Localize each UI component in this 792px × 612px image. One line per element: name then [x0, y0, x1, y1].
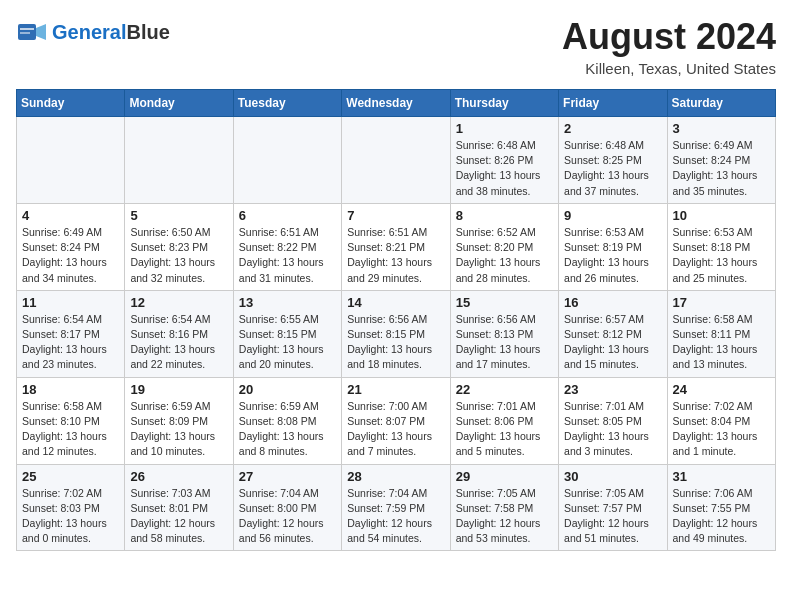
day-info: Sunrise: 6:57 AM Sunset: 8:12 PM Dayligh…: [564, 312, 661, 373]
calendar-week-row: 4Sunrise: 6:49 AM Sunset: 8:24 PM Daylig…: [17, 203, 776, 290]
day-info: Sunrise: 6:50 AM Sunset: 8:23 PM Dayligh…: [130, 225, 227, 286]
calendar-cell: 21Sunrise: 7:00 AM Sunset: 8:07 PM Dayli…: [342, 377, 450, 464]
day-number: 26: [130, 469, 227, 484]
calendar-cell: 22Sunrise: 7:01 AM Sunset: 8:06 PM Dayli…: [450, 377, 558, 464]
calendar-cell: 17Sunrise: 6:58 AM Sunset: 8:11 PM Dayli…: [667, 290, 775, 377]
day-info: Sunrise: 7:02 AM Sunset: 8:03 PM Dayligh…: [22, 486, 119, 547]
day-number: 29: [456, 469, 553, 484]
logo-icon: [16, 16, 48, 48]
weekday-header-thursday: Thursday: [450, 90, 558, 117]
day-number: 17: [673, 295, 770, 310]
calendar-cell: 5Sunrise: 6:50 AM Sunset: 8:23 PM Daylig…: [125, 203, 233, 290]
day-info: Sunrise: 7:04 AM Sunset: 8:00 PM Dayligh…: [239, 486, 336, 547]
day-info: Sunrise: 6:59 AM Sunset: 8:08 PM Dayligh…: [239, 399, 336, 460]
day-number: 27: [239, 469, 336, 484]
day-number: 30: [564, 469, 661, 484]
page-header: GeneralBlue August 2024 Killeen, Texas, …: [16, 16, 776, 77]
calendar-week-row: 11Sunrise: 6:54 AM Sunset: 8:17 PM Dayli…: [17, 290, 776, 377]
title-block: August 2024 Killeen, Texas, United State…: [562, 16, 776, 77]
day-number: 11: [22, 295, 119, 310]
calendar-cell: 28Sunrise: 7:04 AM Sunset: 7:59 PM Dayli…: [342, 464, 450, 551]
svg-marker-1: [36, 24, 46, 40]
day-info: Sunrise: 7:03 AM Sunset: 8:01 PM Dayligh…: [130, 486, 227, 547]
calendar-cell: 9Sunrise: 6:53 AM Sunset: 8:19 PM Daylig…: [559, 203, 667, 290]
calendar-cell: 8Sunrise: 6:52 AM Sunset: 8:20 PM Daylig…: [450, 203, 558, 290]
calendar-cell: 25Sunrise: 7:02 AM Sunset: 8:03 PM Dayli…: [17, 464, 125, 551]
svg-rect-3: [20, 32, 30, 34]
calendar-cell: 10Sunrise: 6:53 AM Sunset: 8:18 PM Dayli…: [667, 203, 775, 290]
day-number: 9: [564, 208, 661, 223]
day-info: Sunrise: 7:01 AM Sunset: 8:05 PM Dayligh…: [564, 399, 661, 460]
calendar-cell: 13Sunrise: 6:55 AM Sunset: 8:15 PM Dayli…: [233, 290, 341, 377]
day-number: 8: [456, 208, 553, 223]
logo: GeneralBlue: [16, 16, 170, 48]
weekday-header-wednesday: Wednesday: [342, 90, 450, 117]
weekday-header-monday: Monday: [125, 90, 233, 117]
svg-rect-2: [20, 28, 34, 30]
day-info: Sunrise: 7:02 AM Sunset: 8:04 PM Dayligh…: [673, 399, 770, 460]
day-info: Sunrise: 6:52 AM Sunset: 8:20 PM Dayligh…: [456, 225, 553, 286]
day-number: 14: [347, 295, 444, 310]
day-number: 18: [22, 382, 119, 397]
calendar-cell: 18Sunrise: 6:58 AM Sunset: 8:10 PM Dayli…: [17, 377, 125, 464]
day-info: Sunrise: 7:01 AM Sunset: 8:06 PM Dayligh…: [456, 399, 553, 460]
calendar-week-row: 1Sunrise: 6:48 AM Sunset: 8:26 PM Daylig…: [17, 117, 776, 204]
day-info: Sunrise: 7:05 AM Sunset: 7:58 PM Dayligh…: [456, 486, 553, 547]
calendar-cell: [125, 117, 233, 204]
calendar-cell: 4Sunrise: 6:49 AM Sunset: 8:24 PM Daylig…: [17, 203, 125, 290]
calendar-cell: [342, 117, 450, 204]
weekday-header-friday: Friday: [559, 90, 667, 117]
calendar-cell: 26Sunrise: 7:03 AM Sunset: 8:01 PM Dayli…: [125, 464, 233, 551]
day-number: 5: [130, 208, 227, 223]
day-number: 10: [673, 208, 770, 223]
day-info: Sunrise: 6:54 AM Sunset: 8:17 PM Dayligh…: [22, 312, 119, 373]
day-number: 28: [347, 469, 444, 484]
location-subtitle: Killeen, Texas, United States: [562, 60, 776, 77]
calendar-cell: 23Sunrise: 7:01 AM Sunset: 8:05 PM Dayli…: [559, 377, 667, 464]
calendar-cell: 1Sunrise: 6:48 AM Sunset: 8:26 PM Daylig…: [450, 117, 558, 204]
day-info: Sunrise: 6:54 AM Sunset: 8:16 PM Dayligh…: [130, 312, 227, 373]
day-info: Sunrise: 6:59 AM Sunset: 8:09 PM Dayligh…: [130, 399, 227, 460]
day-number: 13: [239, 295, 336, 310]
calendar-cell: 30Sunrise: 7:05 AM Sunset: 7:57 PM Dayli…: [559, 464, 667, 551]
logo-text-line1: GeneralBlue: [52, 21, 170, 43]
day-number: 19: [130, 382, 227, 397]
day-number: 25: [22, 469, 119, 484]
calendar-cell: 24Sunrise: 7:02 AM Sunset: 8:04 PM Dayli…: [667, 377, 775, 464]
day-info: Sunrise: 6:48 AM Sunset: 8:25 PM Dayligh…: [564, 138, 661, 199]
calendar-cell: 12Sunrise: 6:54 AM Sunset: 8:16 PM Dayli…: [125, 290, 233, 377]
day-number: 22: [456, 382, 553, 397]
day-number: 21: [347, 382, 444, 397]
day-info: Sunrise: 6:51 AM Sunset: 8:22 PM Dayligh…: [239, 225, 336, 286]
calendar-cell: 7Sunrise: 6:51 AM Sunset: 8:21 PM Daylig…: [342, 203, 450, 290]
calendar-cell: 2Sunrise: 6:48 AM Sunset: 8:25 PM Daylig…: [559, 117, 667, 204]
day-number: 4: [22, 208, 119, 223]
day-number: 7: [347, 208, 444, 223]
calendar-cell: 31Sunrise: 7:06 AM Sunset: 7:55 PM Dayli…: [667, 464, 775, 551]
calendar-cell: 20Sunrise: 6:59 AM Sunset: 8:08 PM Dayli…: [233, 377, 341, 464]
day-number: 2: [564, 121, 661, 136]
calendar-week-row: 18Sunrise: 6:58 AM Sunset: 8:10 PM Dayli…: [17, 377, 776, 464]
day-number: 24: [673, 382, 770, 397]
weekday-header-saturday: Saturday: [667, 90, 775, 117]
day-info: Sunrise: 6:49 AM Sunset: 8:24 PM Dayligh…: [22, 225, 119, 286]
calendar-cell: 11Sunrise: 6:54 AM Sunset: 8:17 PM Dayli…: [17, 290, 125, 377]
day-number: 6: [239, 208, 336, 223]
calendar-cell: 27Sunrise: 7:04 AM Sunset: 8:00 PM Dayli…: [233, 464, 341, 551]
weekday-header-sunday: Sunday: [17, 90, 125, 117]
calendar-header-row: SundayMondayTuesdayWednesdayThursdayFrid…: [17, 90, 776, 117]
day-info: Sunrise: 6:56 AM Sunset: 8:13 PM Dayligh…: [456, 312, 553, 373]
month-title: August 2024: [562, 16, 776, 58]
calendar-cell: [17, 117, 125, 204]
calendar-week-row: 25Sunrise: 7:02 AM Sunset: 8:03 PM Dayli…: [17, 464, 776, 551]
calendar-cell: 29Sunrise: 7:05 AM Sunset: 7:58 PM Dayli…: [450, 464, 558, 551]
weekday-header-tuesday: Tuesday: [233, 90, 341, 117]
day-number: 23: [564, 382, 661, 397]
calendar-cell: [233, 117, 341, 204]
day-info: Sunrise: 6:58 AM Sunset: 8:10 PM Dayligh…: [22, 399, 119, 460]
day-number: 20: [239, 382, 336, 397]
calendar-cell: 14Sunrise: 6:56 AM Sunset: 8:15 PM Dayli…: [342, 290, 450, 377]
day-info: Sunrise: 7:06 AM Sunset: 7:55 PM Dayligh…: [673, 486, 770, 547]
day-number: 16: [564, 295, 661, 310]
day-info: Sunrise: 6:55 AM Sunset: 8:15 PM Dayligh…: [239, 312, 336, 373]
